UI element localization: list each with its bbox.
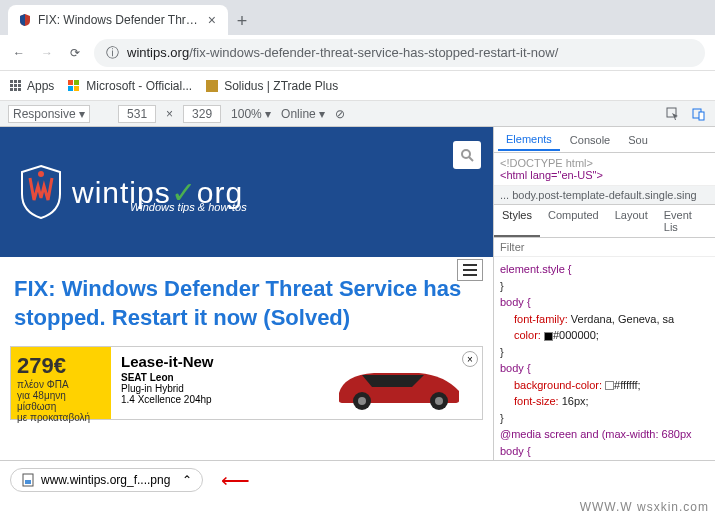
bookmark-solidus[interactable]: Solidus | ZTrade Plus [206,79,338,93]
tagline: Windows tips & how-tos [130,201,247,213]
article-title: FIX: Windows Defender Threat Service has… [0,257,493,342]
download-item[interactable]: www.wintips.org_f....png ⌃ [10,468,203,492]
search-button[interactable] [453,141,481,169]
menu-button[interactable] [457,259,483,281]
tab-elements[interactable]: Elements [498,129,560,151]
chevron-up-icon[interactable]: ⌃ [182,473,192,487]
tab-layout[interactable]: Layout [607,205,656,237]
breadcrumb[interactable]: ... body.post-template-default.single.si… [494,186,715,205]
height-input[interactable]: 329 [183,105,221,123]
wintips-logo-icon [18,164,64,220]
styles-pane[interactable]: element.style { } body { font-family: Ve… [494,257,715,477]
apps-icon [10,80,21,91]
svg-rect-0 [68,80,73,85]
bookmark-microsoft[interactable]: Microsoft - Official... [68,79,192,93]
ms-icon [68,80,80,92]
site-info-icon[interactable]: ⓘ [106,44,119,62]
browser-tab[interactable]: FIX: Windows Defender Threat Se × [8,5,228,35]
tab-styles[interactable]: Styles [494,205,540,237]
inspect-icon[interactable] [665,106,681,122]
device-toggle-icon[interactable] [691,106,707,122]
svg-rect-2 [68,86,73,91]
back-icon[interactable]: ← [10,46,28,60]
address-bar[interactable]: ⓘ wintips.org/fix-windows-defender-threa… [94,39,705,67]
arrow-annotation: ⟵ [221,468,250,492]
forward-icon[interactable]: → [38,46,56,60]
filter-input[interactable] [494,238,715,257]
width-input[interactable]: 531 [118,105,156,123]
tab-event[interactable]: Event Lis [656,205,715,237]
device-mode[interactable]: Responsive ▾ [8,105,90,123]
devtools-panel: Elements Console Sou <!DOCTYPE html> <ht… [494,127,715,477]
close-tab-icon[interactable]: × [206,12,218,28]
close-ad-icon[interactable]: × [462,351,478,367]
file-icon [21,473,35,487]
throttle-select[interactable]: Online ▾ [281,107,325,121]
svg-line-10 [469,157,473,161]
svg-point-9 [462,150,470,158]
tab-title: FIX: Windows Defender Threat Se [38,13,200,27]
solidus-icon [206,80,218,92]
watermark: WWW.W wsxkin.com [580,500,709,514]
svg-rect-4 [206,80,218,92]
page-viewport: wintips✓org Windows tips & how-tos FIX: … [0,127,494,477]
new-tab-button[interactable]: + [228,7,256,35]
dom-tree[interactable]: <!DOCTYPE html> <html lang="en-US"> [494,153,715,186]
svg-rect-1 [74,80,79,85]
svg-point-8 [38,171,44,177]
svg-point-14 [435,397,443,405]
search-icon [460,148,474,162]
svg-point-12 [358,397,366,405]
tab-computed[interactable]: Computed [540,205,607,237]
svg-rect-7 [699,112,704,120]
zoom-select[interactable]: 100% ▾ [231,107,271,121]
apps-button[interactable]: Apps [10,79,54,93]
reload-icon[interactable]: ⟳ [66,46,84,60]
svg-rect-3 [74,86,79,91]
favicon-icon [18,13,32,27]
car-image [324,353,474,413]
svg-rect-16 [25,480,31,484]
rotate-icon[interactable]: ⊘ [335,107,345,121]
tab-console[interactable]: Console [562,130,618,150]
ad-banner[interactable]: 279€ πλέον ΦΠΑ για 48μηνη μίσθωση με προ… [10,346,483,420]
tab-sources[interactable]: Sou [620,130,656,150]
